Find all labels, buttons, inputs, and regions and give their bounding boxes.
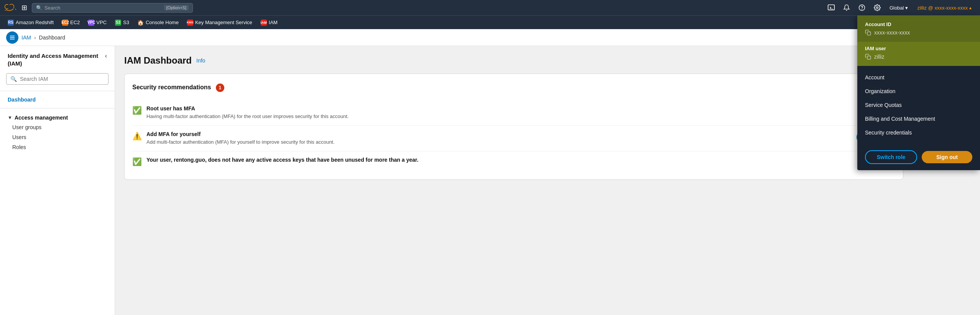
iam-copy-icon[interactable]: [865, 54, 871, 60]
terminal-icon-btn[interactable]: [825, 2, 837, 14]
iam-user-section: IAM user zilliz: [857, 42, 980, 66]
global-search-bar[interactable]: 🔍 Search [Option+S]: [32, 3, 193, 13]
account-id-label: Account ID: [865, 21, 972, 27]
sidebar-item-roles-label: Roles: [12, 144, 26, 150]
card-title-left: Security recommendations 1: [132, 84, 224, 92]
main-content-area: IAM Dashboard Info Security recommendati…: [115, 46, 980, 315]
recommendation-item-access-keys: ✅ Your user, rentong.guo, does not have …: [132, 151, 895, 172]
bookmark-s3[interactable]: S3 S3: [112, 18, 132, 27]
dropdown-item-billing[interactable]: Billing and Cost Management: [857, 112, 980, 126]
aws-logo[interactable]: [5, 2, 17, 14]
dropdown-item-account[interactable]: Account: [857, 71, 980, 84]
dropdown-item-billing-label: Billing and Cost Management: [865, 116, 935, 122]
bookmark-iam[interactable]: IAM IAM: [258, 18, 281, 27]
card-title-text: Security recommendations: [132, 84, 211, 90]
rec-title-add-mfa: Add MFA for yourself: [146, 131, 852, 137]
svg-rect-10: [867, 56, 871, 59]
account-dropdown-menu: Account ID xxxx-xxxx-xxxx IAM user zilli…: [857, 15, 980, 170]
dropdown-item-security-credentials[interactable]: Security credentials: [857, 126, 980, 139]
switch-role-button[interactable]: Switch role: [865, 150, 917, 164]
region-selector[interactable]: Global ▾: [886, 3, 911, 12]
search-shortcut: [Option+S]: [164, 5, 189, 10]
region-label: Global: [890, 5, 904, 11]
sidebar-search-input[interactable]: [20, 76, 104, 82]
sidebar-divider: [0, 91, 115, 91]
breadcrumb-bar: IAM › Dashboard: [0, 29, 980, 46]
bookmark-vpc[interactable]: VPC VPC: [85, 18, 110, 27]
sidebar-section-access-management[interactable]: ▼ Access management: [0, 112, 115, 122]
bookmark-s3-label: S3: [123, 20, 129, 25]
copy-icon[interactable]: [865, 30, 871, 36]
breadcrumb-current-page: Dashboard: [39, 34, 66, 41]
sidebar-search-box[interactable]: 🔍: [6, 73, 109, 85]
settings-icon-btn[interactable]: [871, 2, 883, 14]
sidebar-item-user-groups[interactable]: User groups: [0, 122, 115, 132]
security-recommendations-card: Security recommendations 1 ↻ ✅ Root user…: [124, 74, 903, 180]
iam-user-label: IAM user: [865, 46, 972, 51]
rec-content-add-mfa: Add MFA for yourself Add multi-factor au…: [146, 131, 852, 146]
search-placeholder: Search: [44, 5, 60, 11]
menu-toggle-button[interactable]: [6, 31, 18, 44]
rec-content-mfa-root: Root user has MFA Having multi-factor au…: [146, 105, 895, 120]
rec-title-mfa-root: Root user has MFA: [146, 105, 895, 112]
info-link[interactable]: Info: [196, 57, 205, 64]
bookmark-ec2[interactable]: EC2 EC2: [59, 18, 83, 27]
sidebar-title: Identity and Access Management (IAM) ‹: [0, 52, 115, 73]
recommendation-item-add-mfa: ⚠️ Add MFA for yourself Add multi-factor…: [132, 126, 895, 151]
apps-grid-icon[interactable]: ⊞: [20, 2, 29, 13]
sidebar-item-user-groups-label: User groups: [12, 124, 41, 130]
bookmark-console[interactable]: 🏠 Console Home: [135, 18, 182, 27]
svg-rect-9: [867, 32, 871, 35]
svg-point-2: [862, 9, 862, 9]
bookmark-ec2-label: EC2: [70, 20, 80, 25]
account-id-value: xxxx-xxxx-xxxx: [874, 30, 910, 36]
section-label: Access management: [15, 115, 68, 121]
dropdown-item-service-quotas[interactable]: Service Quotas: [857, 98, 980, 112]
help-icon-btn[interactable]: [856, 2, 868, 14]
user-label: zilliz @ xxxx-xxxx-xxxx: [917, 5, 968, 11]
card-title-row: Security recommendations 1 ↻: [132, 82, 895, 94]
ec2-icon: EC2: [62, 20, 68, 26]
bookmark-redshift[interactable]: RS Amazon Redshift: [5, 18, 57, 27]
vpc-icon: VPC: [88, 20, 94, 26]
sidebar-search-icon: 🔍: [10, 76, 17, 82]
redshift-icon: RS: [8, 20, 14, 26]
account-header: Account ID xxxx-xxxx-xxxx: [857, 15, 980, 42]
main-layout: Identity and Access Management (IAM) ‹ 🔍…: [0, 46, 980, 315]
rec-desc-mfa-root: Having multi-factor authentication (MFA)…: [146, 113, 895, 120]
bookmark-kms[interactable]: KMS Key Management Service: [184, 18, 255, 27]
top-navigation: ⊞ 🔍 Search [Option+S] Global ▾ zilliz @ …: [0, 0, 980, 15]
sidebar-item-users[interactable]: Users: [0, 132, 115, 142]
sidebar-divider-2: [0, 108, 115, 108]
dropdown-item-service-quotas-label: Service Quotas: [865, 102, 902, 108]
dropdown-item-account-label: Account: [865, 74, 885, 80]
user-menu-button[interactable]: zilliz @ xxxx-xxxx-xxxx ▲: [914, 3, 975, 12]
bookmark-iam-label: IAM: [269, 20, 278, 25]
dropdown-actions: Switch role Sign out: [857, 144, 980, 170]
rec-title-access-keys: Your user, rentong.guo, does not have an…: [146, 157, 895, 163]
section-caret-icon: ▼: [8, 115, 12, 120]
bookmark-vpc-label: VPC: [96, 20, 107, 25]
sidebar-item-dashboard[interactable]: Dashboard: [0, 94, 115, 105]
sign-out-button[interactable]: Sign out: [922, 151, 972, 163]
sidebar-item-dashboard-label: Dashboard: [8, 97, 36, 103]
bookmarks-bar: RS Amazon Redshift EC2 EC2 VPC VPC S3 S3…: [0, 15, 980, 29]
dropdown-item-organization[interactable]: Organization: [857, 84, 980, 98]
page-title: IAM Dashboard: [124, 55, 192, 66]
recommendation-item-mfa-root: ✅ Root user has MFA Having multi-factor …: [132, 100, 895, 126]
rec-content-access-keys: Your user, rentong.guo, does not have an…: [146, 157, 895, 164]
iam-user-row: zilliz: [865, 54, 972, 60]
sidebar-title-text: Identity and Access Management (IAM): [8, 52, 102, 67]
dropdown-item-security-credentials-label: Security credentials: [865, 130, 912, 136]
sidebar-item-users-label: Users: [12, 134, 26, 140]
sidebar-item-roles[interactable]: Roles: [0, 142, 115, 152]
bookmark-redshift-label: Amazon Redshift: [16, 20, 54, 25]
s3-icon: S3: [115, 20, 121, 26]
notifications-icon-btn[interactable]: [840, 2, 853, 14]
sidebar-collapse-button[interactable]: ‹: [105, 52, 107, 60]
dropdown-menu-items: Account Organization Service Quotas Bill…: [857, 66, 980, 144]
iam-bm-icon: IAM: [261, 20, 267, 26]
breadcrumb-service-link[interactable]: IAM: [21, 34, 31, 41]
bookmark-console-label: Console Home: [146, 20, 179, 25]
bookmark-kms-label: Key Management Service: [195, 20, 252, 25]
